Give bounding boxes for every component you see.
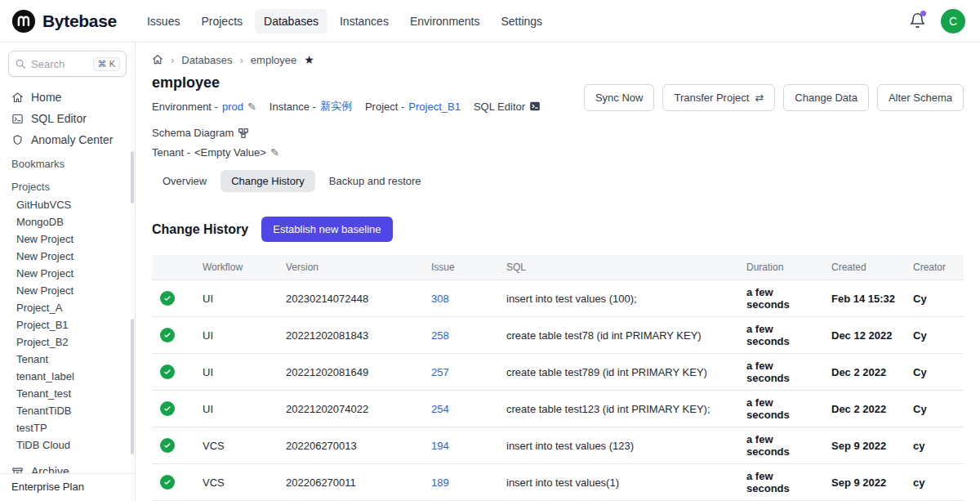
edit-environment-icon[interactable]: ✎ — [247, 101, 256, 113]
schema-diagram-label: Schema Diagram — [152, 127, 234, 139]
cell-workflow: UI — [194, 391, 278, 427]
action-button-change-data[interactable]: Change Data — [783, 84, 869, 111]
favorite-star-icon[interactable]: ★ — [304, 53, 314, 66]
establish-baseline-button[interactable]: Establish new baseline — [261, 217, 392, 242]
table-row[interactable]: VCS202206270011189insert into test value… — [152, 464, 964, 501]
sidebar-project-item[interactable]: New Project — [0, 248, 135, 265]
breadcrumb-databases[interactable]: Databases — [181, 54, 232, 66]
nav-item-settings[interactable]: Settings — [492, 9, 552, 34]
sidebar-scrollbar[interactable] — [131, 151, 134, 204]
instance-meta: Instance - 新实例 — [270, 99, 352, 114]
cell-sql: insert into test values (123) — [498, 427, 738, 464]
cell-workflow: UI — [194, 317, 278, 354]
cell-issue: 189 — [423, 464, 498, 501]
sidebar-project-item[interactable]: Project_A — [0, 299, 135, 316]
sql-editor-icon — [11, 113, 24, 125]
cell-issue: 194 — [423, 427, 498, 464]
action-button-sync-now[interactable]: Sync Now — [584, 84, 655, 111]
table-row[interactable]: UI20221202081843258create table test78 (… — [152, 317, 964, 354]
action-button-transfer-project[interactable]: Transfer Project⇄ — [662, 84, 775, 111]
table-row[interactable]: UI20230214072448308insert into test valu… — [152, 280, 964, 317]
page-head-left: employee Environment - prod ✎ Instance -… — [152, 74, 584, 159]
schema-diagram-icon — [238, 127, 249, 139]
notification-bell-icon[interactable] — [909, 12, 926, 29]
tab-backup-and-restore[interactable]: Backup and restore — [318, 170, 432, 192]
sidebar-project-item[interactable]: Project_B1 — [0, 316, 135, 333]
cell-duration: a few seconds — [738, 317, 823, 354]
sidebar-project-item[interactable]: New Project — [0, 230, 135, 248]
sql-editor-shortcut[interactable]: SQL Editor — [474, 101, 541, 113]
cell-version: 20221202081649 — [278, 354, 423, 391]
cell-workflow: VCS — [194, 427, 278, 464]
bookmarks-section-label: Bookmarks — [0, 150, 135, 173]
cell-created: Dec 12 2022 — [823, 317, 905, 354]
table-row[interactable]: VCS202206270013194insert into test value… — [152, 427, 964, 464]
home-icon — [11, 92, 24, 104]
sidebar-project-item[interactable]: TiDB Cloud — [0, 436, 135, 454]
sidebar-item-anomaly-center[interactable]: Anomaly Center — [0, 129, 135, 150]
breadcrumb-employee[interactable]: employee — [251, 54, 296, 66]
layout: ⌘ K Home SQL Editor Anomaly Center — [0, 42, 980, 501]
nav-item-databases[interactable]: Databases — [255, 9, 327, 34]
project-link[interactable]: Project_B1 — [408, 101, 461, 113]
issue-link[interactable]: 308 — [431, 293, 449, 305]
sidebar-item-sql-editor[interactable]: SQL Editor — [0, 108, 135, 129]
search-input[interactable] — [31, 58, 82, 70]
search-box[interactable]: ⌘ K — [8, 51, 127, 77]
issue-link[interactable]: 194 — [431, 440, 449, 452]
column-header-sql: SQL — [498, 255, 738, 280]
nav-item-instances[interactable]: Instances — [331, 9, 398, 34]
status-cell — [152, 354, 194, 391]
schema-diagram-shortcut[interactable]: Schema Diagram — [152, 127, 249, 139]
cell-workflow: UI — [194, 354, 278, 391]
table-row[interactable]: UI20221202081649257create table test789 … — [152, 354, 964, 391]
main-content: › Databases › employee ★ employee Enviro… — [136, 42, 980, 501]
sidebar-item-label: SQL Editor — [31, 112, 87, 125]
status-cell — [152, 280, 194, 317]
sidebar-project-item[interactable]: testTP — [0, 419, 135, 436]
projects-section-label: Projects — [0, 173, 135, 196]
environment-link[interactable]: prod — [222, 101, 243, 113]
issue-link[interactable]: 257 — [431, 366, 449, 378]
tab-overview[interactable]: Overview — [152, 170, 217, 192]
cell-issue: 258 — [423, 317, 498, 354]
cell-sql: insert into test values (100); — [498, 280, 738, 317]
bytebase-logo-icon — [11, 9, 36, 34]
cell-creator: cy — [905, 464, 964, 501]
nav-item-issues[interactable]: Issues — [138, 9, 189, 34]
sidebar-scrollbar[interactable] — [131, 319, 134, 454]
sidebar-project-item[interactable]: Tenant_test — [0, 385, 135, 402]
sql-editor-label: SQL Editor — [474, 101, 525, 113]
sidebar-project-item[interactable]: Tenant — [0, 351, 135, 368]
cell-duration: a few seconds — [738, 354, 823, 391]
sidebar-project-item[interactable]: Project_B2 — [0, 333, 135, 351]
cell-creator: cy — [905, 427, 964, 464]
sidebar-project-item[interactable]: TenantTiDB — [0, 402, 135, 419]
cell-created: Sep 9 2022 — [823, 464, 905, 501]
edit-tenant-icon[interactable]: ✎ — [270, 146, 279, 159]
issue-link[interactable]: 189 — [431, 476, 449, 489]
issue-link[interactable]: 258 — [431, 329, 449, 342]
brand[interactable]: Bytebase — [11, 9, 117, 34]
cell-duration: a few seconds — [738, 391, 823, 427]
cell-created: Dec 2 2022 — [823, 391, 905, 427]
action-button-alter-schema[interactable]: Alter Schema — [877, 84, 964, 111]
nav-item-projects[interactable]: Projects — [192, 9, 252, 34]
change-history-body: UI20230214072448308insert into test valu… — [152, 280, 964, 501]
instance-link[interactable]: 新实例 — [320, 99, 352, 114]
cell-workflow: VCS — [194, 464, 278, 501]
sidebar-project-item[interactable]: GitHubVCS — [0, 196, 135, 213]
table-row[interactable]: UI20221202074022254create table test123 … — [152, 391, 964, 427]
tab-change-history[interactable]: Change History — [220, 170, 315, 192]
sidebar-project-item[interactable]: MongoDB — [0, 213, 135, 230]
sidebar-project-item[interactable]: New Project — [0, 265, 135, 282]
sidebar-project-item[interactable]: New Project — [0, 282, 135, 299]
sidebar-item-home[interactable]: Home — [0, 87, 135, 108]
breadcrumb-home-icon[interactable] — [152, 54, 163, 65]
shield-icon — [11, 134, 24, 146]
nav-item-environments[interactable]: Environments — [401, 9, 489, 34]
issue-link[interactable]: 254 — [431, 403, 449, 415]
avatar[interactable]: C — [941, 9, 965, 34]
environment-meta: Environment - prod ✎ — [152, 101, 256, 113]
sidebar-project-item[interactable]: tenant_label — [0, 368, 135, 385]
